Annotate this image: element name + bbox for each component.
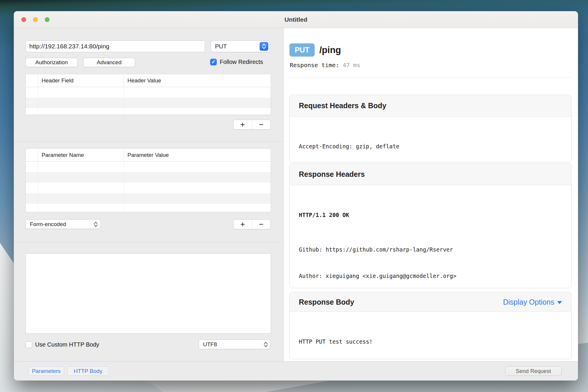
request-summary: PUT /ping [289,43,341,57]
parameters-table-col-name: Parameter Name [38,149,124,161]
display-options-label: Display Options [503,298,554,306]
request-pane: PUT Authorization Advanced Follow Redire… [14,28,284,361]
headers-table-corner-cell [26,74,38,87]
display-options-button[interactable]: Display Options [503,298,562,306]
add-parameter-button[interactable]: + [234,220,252,229]
http-body-tab-link[interactable]: HTTP Body [67,366,109,376]
chevron-up-down-icon [260,42,268,51]
encoding-select[interactable]: Form-encoded [25,219,100,229]
request-headers-card: Request Headers & Body Accept-Encoding: … [289,95,572,162]
parameters-tab-link[interactable]: Parameters [28,366,64,376]
parameter-add-remove-control: + − [233,219,271,229]
headers-table-header: Header Field Header Value [26,74,271,87]
method-select-value: PUT [215,43,227,50]
header-line: Github: https://github.com/rsharp-lang/R… [299,245,562,254]
parameters-table-corner-cell [26,149,38,161]
use-custom-body-checkbox[interactable]: Use Custom HTTP Body [25,341,99,348]
app-window: Untitled PUT Authorization Advanced Fol [14,11,578,381]
chevron-up-down-icon [262,341,269,348]
response-headers-card: Response Headers HTTP/1.1 200 OK Github:… [289,163,572,288]
chevron-down-icon [557,301,562,304]
charset-select[interactable]: UTF8 [199,340,270,349]
http-status-line: HTTP/1.1 200 OK [299,211,562,219]
response-body-text: HTTP PUT test success! [299,337,562,346]
headers-table-col-field: Header Field [38,74,124,87]
window-title: Untitled [14,11,578,28]
follow-redirects-checkbox[interactable]: Follow Redirects [210,59,263,65]
table-row[interactable] [26,204,271,212]
remove-parameter-button[interactable]: − [252,220,271,229]
checkbox-checked-icon [210,59,217,65]
titlebar: Untitled [14,11,578,28]
add-header-button[interactable]: + [234,120,252,129]
headers-table-col-value: Header Value [124,74,271,87]
response-headers-card-header: Response Headers [289,164,571,185]
response-body-card: Response Body Display Options HTTP PUT t… [289,292,572,359]
response-time: Response time: 47 ms [290,62,360,69]
bottom-bar: Parameters HTTP Body Send Request [14,361,578,381]
http-body-textarea[interactable] [25,253,271,334]
remove-header-button[interactable]: − [252,120,271,129]
request-headers-title: Request Headers & Body [299,101,386,110]
table-row[interactable] [26,98,271,108]
response-time-label: Response time: [290,62,339,69]
response-body-title: Response Body [299,298,354,306]
checkbox-unchecked-icon [25,341,32,348]
response-body-card-header: Response Body Display Options [289,292,571,312]
table-row[interactable] [26,183,271,193]
response-pane: PUT /ping Response time: 47 ms Request H… [284,28,578,361]
section-divider [14,242,284,242]
response-headers-title: Response Headers [299,170,365,179]
section-divider [14,141,284,142]
summary-divider [289,77,572,78]
encoding-select-value: Form-encoded [30,221,66,228]
table-row[interactable] [26,108,271,115]
request-path: /ping [319,45,341,55]
response-headers-body: HTTP/1.1 200 OK Github: https://github.c… [289,185,571,288]
table-row[interactable] [26,193,271,204]
url-input[interactable] [25,40,205,52]
table-row[interactable] [26,172,271,183]
response-time-value: 47 ms [343,62,360,69]
charset-select-value: UTF8 [203,341,217,348]
header-add-remove-control: + − [233,120,271,130]
request-headers-card-header: Request Headers & Body [289,95,571,117]
parameters-table[interactable]: Parameter Name Parameter Value [25,148,271,212]
authorization-button[interactable]: Authorization [25,58,78,67]
table-row[interactable] [26,162,271,172]
send-request-button[interactable]: Send Request [505,366,562,376]
response-body-content: HTTP PUT test success! [289,312,571,359]
parameters-table-col-value: Parameter Value [124,149,271,161]
advanced-button[interactable]: Advanced [83,58,135,67]
method-badge: PUT [289,43,315,57]
method-select[interactable]: PUT [211,40,270,52]
header-line: Accept-Encoding: gzip, deflate [299,142,562,151]
table-row[interactable] [26,87,271,98]
request-headers-body: Accept-Encoding: gzip, deflate Accept: *… [289,117,571,162]
header-line: Author: xieguigang <xie.guigang@gcmodell… [299,271,562,280]
parameters-table-header: Parameter Name Parameter Value [26,149,271,162]
chevron-up-down-icon [92,221,99,228]
headers-table[interactable]: Header Field Header Value [25,74,271,115]
follow-redirects-label: Follow Redirects [220,59,263,65]
use-custom-body-label: Use Custom HTTP Body [35,341,99,348]
